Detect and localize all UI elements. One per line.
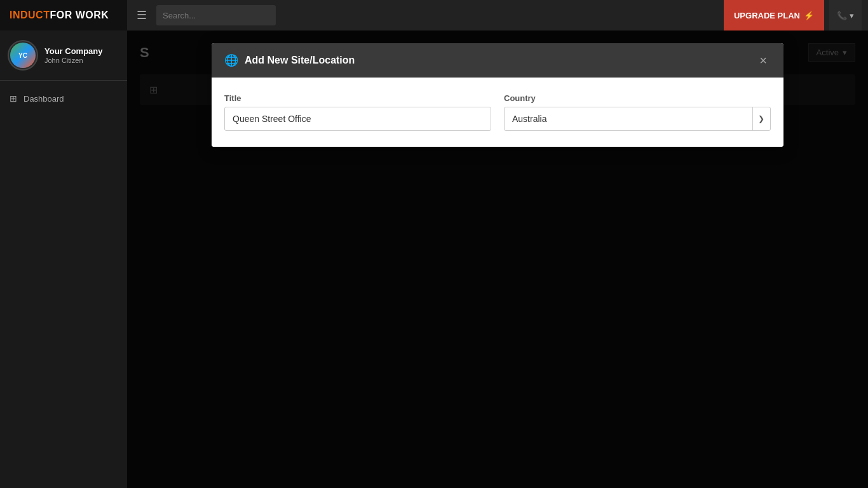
modal-overlay: 🌐 Add New Site/Location × Title	[127, 30, 868, 488]
phone-icon: 📞	[837, 11, 847, 20]
logo-induct: INDUCT	[10, 10, 50, 20]
sidebar: INDUCTFOR WORK YC Your Company John Citi…	[0, 0, 127, 488]
modal-title: Add New Site/Location	[245, 55, 355, 66]
avatar-image: YC	[10, 43, 36, 68]
upgrade-plan-label: UPGRADE PLAN	[734, 11, 800, 20]
search-input[interactable]	[156, 5, 276, 25]
country-select-wrapper: Australia New Zealand United States Unit…	[504, 107, 771, 131]
form-row: Title Country Australia New Zealand Unit…	[224, 93, 771, 131]
modal-header: 🌐 Add New Site/Location ×	[212, 43, 783, 78]
modal-close-button[interactable]: ×	[756, 53, 771, 68]
logo-forwork: FOR WORK	[50, 10, 109, 20]
modal-body: Title Country Australia New Zealand Unit…	[212, 78, 783, 147]
upgrade-plan-button[interactable]: UPGRADE PLAN ⚡	[724, 0, 824, 30]
user-info: Your Company John Citizen	[44, 46, 103, 64]
sidebar-nav: ⊞ Dashboard	[0, 81, 127, 116]
avatar: YC	[8, 40, 38, 71]
main-area: ☰ UPGRADE PLAN ⚡ 📞 ▾ S Active ▾	[127, 0, 868, 488]
country-label: Country	[504, 93, 771, 103]
company-name: Your Company	[44, 46, 103, 57]
app-logo: INDUCTFOR WORK	[10, 10, 109, 21]
add-site-modal: 🌐 Add New Site/Location × Title	[212, 43, 783, 147]
logo-area: INDUCTFOR WORK	[0, 0, 127, 30]
dropdown-arrow: ▾	[850, 11, 854, 20]
sidebar-item-label: Dashboard	[24, 94, 64, 104]
country-field-group: Country Australia New Zealand United Sta…	[504, 93, 771, 131]
hamburger-menu[interactable]: ☰	[133, 5, 150, 25]
title-label: Title	[224, 93, 491, 103]
content-area: S Active ▾ ⊞ 🌐 Add New Site/Location	[127, 30, 868, 488]
topbar-right: UPGRADE PLAN ⚡ 📞 ▾	[724, 0, 862, 30]
topbar: ☰ UPGRADE PLAN ⚡ 📞 ▾	[127, 0, 868, 30]
user-profile[interactable]: YC Your Company John Citizen	[0, 30, 127, 81]
dashboard-icon: ⊞	[10, 93, 17, 104]
topbar-left: ☰	[133, 5, 276, 25]
sidebar-item-dashboard[interactable]: ⊞ Dashboard	[0, 87, 127, 110]
country-select[interactable]: Australia New Zealand United States Unit…	[504, 107, 771, 131]
upgrade-icon: ⚡	[804, 11, 814, 20]
title-input[interactable]	[224, 107, 491, 131]
title-field-group: Title	[224, 93, 491, 131]
globe-icon: 🌐	[224, 53, 238, 67]
modal-title-area: 🌐 Add New Site/Location	[224, 53, 355, 67]
phone-button[interactable]: 📞 ▾	[829, 0, 862, 30]
user-name: John Citizen	[44, 57, 103, 64]
